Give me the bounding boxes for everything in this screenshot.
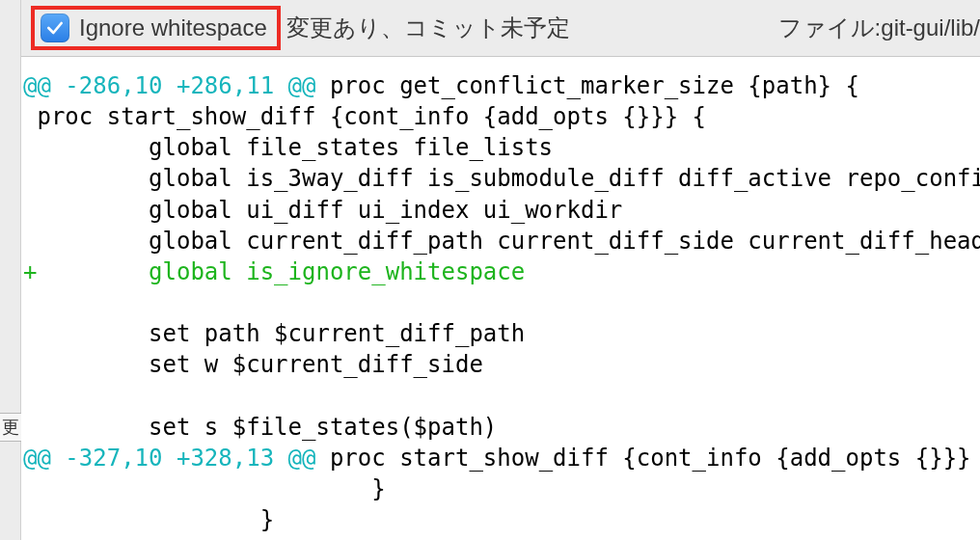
ignore-whitespace-highlight: Ignore whitespace [31, 6, 281, 50]
diff-header-bar: Ignore whitespace 変更あり、コミット未予定 ファイル: git… [21, 0, 980, 56]
file-path: git-gui/lib/ [881, 14, 980, 41]
ignore-whitespace-label: Ignore whitespace [79, 14, 267, 41]
diff-line: set w $current_diff_side [21, 349, 980, 380]
diff-line: @@ -327,10 +328,13 @@ proc start_show_di… [21, 443, 980, 473]
diff-line: } [21, 504, 980, 535]
diff-line: proc start_show_diff {cont_info {add_opt… [21, 101, 980, 132]
diff-line: @@ -286,10 +286,11 @@ proc get_conflict_… [21, 70, 980, 101]
left-tab-button[interactable]: 更 [0, 413, 21, 442]
diff-viewer[interactable]: @@ -286,10 +286,11 @@ proc get_conflict_… [21, 56, 980, 540]
diff-line: global is_3way_diff is_submodule_diff di… [21, 163, 980, 194]
diff-line: set s $file_states($path) [21, 412, 980, 443]
file-label: ファイル: [740, 13, 882, 43]
diff-line [21, 287, 980, 318]
diff-line [21, 381, 980, 412]
diff-line: + global is_ignore_whitespace [21, 256, 980, 287]
diff-line: global ui_diff ui_index ui_workdir [21, 195, 980, 226]
file-status-text: 変更あり、コミット未予定 [286, 13, 570, 43]
check-icon [45, 18, 65, 38]
diff-line: set path $current_diff_path [21, 318, 980, 349]
diff-line: global current_diff_path current_diff_si… [21, 226, 980, 256]
diff-line: global file_states file_lists [21, 132, 980, 163]
left-gutter [0, 0, 21, 540]
ignore-whitespace-checkbox[interactable] [41, 14, 69, 42]
diff-line: } [21, 473, 980, 504]
